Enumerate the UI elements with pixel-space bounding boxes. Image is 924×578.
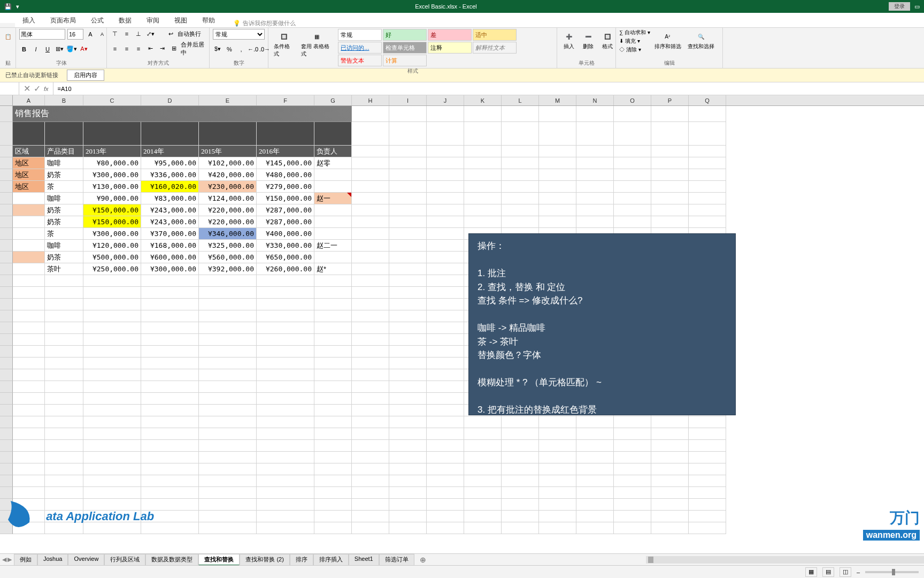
style-note[interactable]: 注释 [428,42,472,54]
inc-decimal-icon[interactable]: ←.0 [248,44,258,54]
autosum-button[interactable]: ∑ 自动求和 ▾ [619,29,650,36]
indent-inc-icon[interactable]: ⇥ [157,44,167,54]
cell[interactable]: ¥325,000.00 [199,240,257,252]
cell[interactable]: ¥150,000.00 [83,204,141,216]
cell[interactable]: ¥500,000.00 [83,252,141,263]
col-hdr-P[interactable]: P [651,95,689,105]
number-format-select[interactable]: 常规 [213,29,265,40]
sheet-tab[interactable]: 数据及数据类型 [145,554,198,566]
sheet-tab[interactable]: 行列及区域 [104,554,145,566]
cell[interactable]: 地区 [13,181,45,193]
row-hdr[interactable] [0,157,13,169]
pagebreak-view-icon[interactable]: ◫ [840,567,851,577]
tab-help[interactable]: 帮助 [195,14,222,27]
cell[interactable]: ¥336,000.00 [141,169,199,181]
save-icon[interactable]: 💾 [4,3,12,10]
delete-cells-button[interactable]: ➖删除 [580,29,597,51]
cell[interactable]: 茶叶 [45,263,83,275]
wrap-text-button[interactable]: ↩ [166,29,175,39]
new-sheet-button[interactable]: ⊕ [414,556,432,564]
cell[interactable]: ¥287,000.00 [257,204,314,216]
col-hdr-B[interactable]: B [45,95,83,105]
hdr-2013[interactable]: 2013年 [83,146,141,157]
style-good[interactable]: 好 [383,29,427,41]
hdr-region[interactable]: 区域 [13,146,45,157]
zoom-out-icon[interactable]: – [857,569,860,575]
name-box[interactable] [0,82,19,95]
cell[interactable]: ¥102,000.00 [199,157,257,169]
hdr-owner[interactable]: 负责人 [314,146,352,157]
fx-icon[interactable]: fx [44,86,49,92]
cell[interactable]: ¥160,020.00 [141,181,199,193]
cell[interactable]: ¥168,000.00 [141,240,199,252]
cell[interactable] [13,240,45,252]
select-all-corner[interactable] [0,95,13,105]
cell[interactable]: 茶 [45,181,83,193]
cell[interactable]: 赵二一 [314,240,352,252]
cell[interactable]: 赵* [314,263,352,275]
row-hdr[interactable] [0,169,13,181]
col-hdr-G[interactable]: G [314,95,352,105]
percent-icon[interactable]: % [225,44,234,54]
find-select-button[interactable]: 🔍查找和选择 [686,29,717,54]
col-hdr-F[interactable]: F [257,95,314,105]
tab-insert[interactable]: 插入 [15,14,43,27]
cell[interactable]: ¥560,000.00 [199,252,257,263]
row-hdr[interactable] [0,263,13,275]
cell[interactable]: ¥220,000.00 [199,204,257,216]
sheet-tab[interactable]: Overview [68,554,104,566]
cell[interactable] [314,169,352,181]
hdr-2014[interactable]: 2014年 [141,146,199,157]
cell[interactable]: ¥420,000.00 [199,169,257,181]
cell[interactable]: ¥83,000.00 [141,193,199,204]
bold-button[interactable]: B [19,44,29,54]
sheet-nav-prev-icon[interactable]: ◀ [2,556,6,563]
tab-pagelayout[interactable]: 页面布局 [43,14,83,27]
cell[interactable]: ¥287,000.00 [257,216,314,228]
style-bad[interactable]: 差 [428,29,472,41]
col-hdr-Q[interactable]: Q [689,95,726,105]
comma-icon[interactable]: , [236,44,246,54]
sheet-tab[interactable]: 查找和替换 (2) [240,554,290,566]
cell[interactable] [314,228,352,240]
col-hdr-J[interactable]: J [427,95,464,105]
ribbon-display-icon[interactable]: ▭ [914,3,920,10]
col-hdr-N[interactable]: N [576,95,614,105]
cell[interactable]: 咖啡 [45,157,83,169]
style-check[interactable]: 检查单元格 [383,42,427,54]
align-left-icon[interactable]: ≡ [110,44,120,54]
cell[interactable]: 地区 [13,157,45,169]
cell[interactable] [314,181,352,193]
sheet-tab[interactable]: 筛选订单 [379,554,414,566]
tell-me[interactable]: 💡 告诉我你想要做什么 [233,19,296,27]
hdr-product[interactable]: 产品类目 [45,146,83,157]
cell[interactable] [314,252,352,263]
cell[interactable]: ¥150,000.00 [83,216,141,228]
row-hdr[interactable] [0,106,13,122]
sort-filter-button[interactable]: Aᶻ排序和筛选 [652,29,683,54]
cell[interactable] [314,204,352,216]
cell[interactable]: ¥260,000.00 [257,263,314,275]
col-hdr-K[interactable]: K [464,95,502,105]
cell[interactable]: ¥243,000.00 [141,204,199,216]
tab-view[interactable]: 视图 [167,14,195,27]
currency-icon[interactable]: $▾ [213,44,222,54]
cell[interactable]: 赵零 [314,157,352,169]
normal-view-icon[interactable]: ▦ [805,567,817,577]
cell[interactable]: ¥220,000.00 [199,216,257,228]
cell[interactable]: 赵一 [314,193,352,204]
clear-button[interactable]: ◇ 清除 ▾ [619,46,650,54]
cell[interactable]: ¥80,000.00 [83,157,141,169]
cell[interactable] [13,204,45,216]
row-hdr[interactable] [0,181,13,193]
col-hdr-I[interactable]: I [389,95,427,105]
paste-button[interactable]: 📋 [3,29,12,44]
cell[interactable]: ¥392,000.00 [199,263,257,275]
style-neutral[interactable]: 适中 [473,29,517,41]
cell[interactable]: ¥330,000.00 [257,240,314,252]
cell[interactable]: ¥400,000.00 [257,228,314,240]
sheet-tab[interactable]: Sheet1 [349,554,379,566]
cell[interactable] [13,216,45,228]
col-hdr-O[interactable]: O [614,95,651,105]
cell[interactable]: 咖啡 [45,193,83,204]
